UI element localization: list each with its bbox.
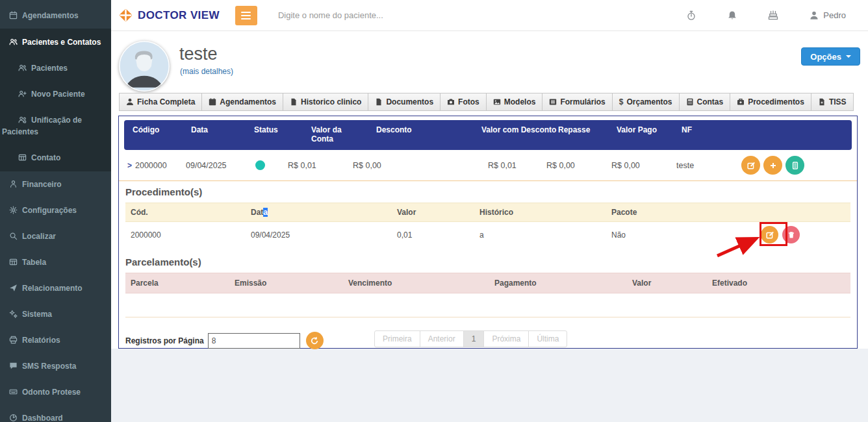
sidebar-item-label: Dashboard <box>22 414 63 422</box>
sidebar-item-sistema[interactable]: Sistema <box>0 301 111 327</box>
pie-chart-icon <box>9 414 18 422</box>
tab-contas[interactable]: Contas <box>679 93 731 111</box>
user-menu[interactable]: Pedro <box>809 10 846 21</box>
tab-orcamentos[interactable]: $Orçamentos <box>612 93 680 111</box>
sidebar-item-pacientes-e-contatos[interactable]: Pacientes e Contatos <box>0 29 111 55</box>
account-row[interactable]: >2000000 09/04/2025 R$ 0,01 R$ 0,00 R$ 0… <box>119 150 857 181</box>
user-icon <box>126 98 134 106</box>
tab-fotos[interactable]: Fotos <box>440 93 487 111</box>
receipt-button[interactable] <box>785 156 804 175</box>
tab-agendamentos[interactable]: Agendamentos <box>201 93 283 111</box>
tab-label: Historico clinico <box>301 97 361 106</box>
tab-tiss[interactable]: TISS <box>811 93 854 111</box>
add-button[interactable] <box>763 156 782 175</box>
sidebar-item-pacientes[interactable]: Pacientes <box>0 55 111 81</box>
tab-formularios[interactable]: Formulários <box>542 93 612 111</box>
sidebar-item-label: Localizar <box>22 232 56 241</box>
search-icon <box>9 232 18 240</box>
paper-plane-icon <box>9 284 18 292</box>
account-code-cell: >2000000 <box>127 161 186 170</box>
tab-label: Ficha Completa <box>137 97 195 106</box>
tab-label: Fotos <box>458 97 479 106</box>
table-icon <box>9 258 18 266</box>
sidebar-item-odonto-protese[interactable]: Odonto Protese <box>0 379 111 405</box>
printer-icon <box>9 336 18 344</box>
sidebar-item-sms-resposta[interactable]: SMS Resposta <box>0 353 111 379</box>
refresh-button[interactable] <box>306 332 324 349</box>
sidebar-item-localizar[interactable]: Localizar <box>0 223 111 249</box>
column-header: Data <box>251 208 397 217</box>
sidebar-item-unificacao-de-pacientes[interactable]: Unificação de Pacientes <box>0 107 111 145</box>
gear-icon <box>9 206 18 214</box>
sidebar-item-tabela[interactable]: Tabela <box>0 249 111 275</box>
user-icon <box>809 10 819 21</box>
sidebar-item-label: Agendamentos <box>22 11 79 20</box>
sidebar-item-label: SMS Resposta <box>22 362 76 371</box>
tab-historico-clinico[interactable]: Historico clinico <box>283 93 368 111</box>
patient-search-input[interactable] <box>277 10 461 21</box>
column-header: Data <box>191 125 254 134</box>
records-per-page-input[interactable] <box>208 333 300 349</box>
edit-account-button[interactable] <box>741 156 760 175</box>
keyboard-icon <box>9 388 18 396</box>
sidebar-item-financeiro[interactable]: Financeiro <box>0 171 111 197</box>
cake-icon[interactable] <box>768 10 778 21</box>
account-code: 2000000 <box>135 161 167 170</box>
sidebar-item-agendamentos[interactable]: Agendamentos <box>0 3 111 29</box>
user-name: Pedro <box>823 10 846 20</box>
sidebar-item-novo-paciente[interactable]: Novo Paciente <box>0 81 111 107</box>
sidebar-item-contato[interactable]: Contato <box>0 145 111 171</box>
calendar-icon <box>9 11 18 19</box>
bell-icon[interactable] <box>727 10 737 21</box>
sidebar-toggle-button[interactable] <box>235 6 257 25</box>
procedure-history: a <box>479 230 611 240</box>
sidebar-item-relacionamento[interactable]: Relacionamento <box>0 275 111 301</box>
sidebar-item-label: Relatórios <box>22 336 60 345</box>
trash-icon <box>787 230 796 240</box>
gears-icon <box>9 310 18 318</box>
more-details-link[interactable]: (mais detalhes) <box>180 67 233 76</box>
pagination-next[interactable]: Próxima <box>483 330 529 347</box>
sidebar-item-label: Contato <box>31 153 60 162</box>
procedure-value: 0,01 <box>397 230 479 240</box>
patient-avatar <box>119 41 170 92</box>
calendar-check-icon <box>209 98 216 106</box>
image-icon <box>493 98 501 106</box>
users-icon <box>9 38 18 46</box>
file-icon <box>375 98 383 106</box>
column-header: Pacote <box>611 208 761 217</box>
file-icon <box>290 98 298 106</box>
procedures-table-header: Cód. Data Valor Histórico Pacote <box>125 203 850 222</box>
sidebar-item-label: Pacientes e Contatos <box>22 38 101 47</box>
brand-name: DOCTOR VIEW <box>138 9 220 22</box>
patient-tabs: Ficha Completa Agendamentos Historico cl… <box>119 93 854 111</box>
tab-procedimentos[interactable]: Procedimentos <box>730 93 811 111</box>
column-header: Valor <box>632 279 712 288</box>
stopwatch-icon[interactable] <box>686 10 696 21</box>
sidebar-item-dashboard[interactable]: Dashboard <box>0 405 111 422</box>
column-header: Valor Pago <box>617 125 682 134</box>
brand-logo: DOCTOR VIEW <box>118 8 220 23</box>
pagination-previous[interactable]: Anterior <box>420 330 464 347</box>
pagination-last[interactable]: Última <box>528 330 567 347</box>
installments-table-header: Parcela Emissão Vencimento Pagamento Val… <box>125 273 850 293</box>
expand-chevron-icon[interactable]: > <box>127 161 132 170</box>
sidebar-item-relatorios[interactable]: Relatórios <box>0 327 111 353</box>
pagination-page-1[interactable]: 1 <box>463 330 485 347</box>
options-button[interactable]: Opções <box>801 47 860 66</box>
account-paid-value: R$ 0,00 <box>611 161 676 170</box>
tab-label: Procedimentos <box>748 97 804 106</box>
account-value-with-discount: R$ 0,01 <box>488 161 553 170</box>
sidebar-item-configuracoes[interactable]: Configurações <box>0 197 111 223</box>
sidebar-item-label: Sistema <box>22 310 52 319</box>
patient-name: teste <box>179 44 218 64</box>
tab-ficha-completa[interactable]: Ficha Completa <box>119 93 202 111</box>
pagination-first[interactable]: Primeira <box>374 330 420 347</box>
tab-documentos[interactable]: Documentos <box>368 93 440 111</box>
sidebar-group-pacientes-e-contatos: Pacientes e Contatos Pacientes Novo Paci… <box>0 29 111 171</box>
sidebar-item-label: Novo Paciente <box>31 90 85 99</box>
tab-modelos[interactable]: Modelos <box>486 93 543 111</box>
sidebar-item-label: Tabela <box>22 258 46 267</box>
tab-label: Formulários <box>560 97 605 106</box>
column-header: Histórico <box>479 208 611 217</box>
